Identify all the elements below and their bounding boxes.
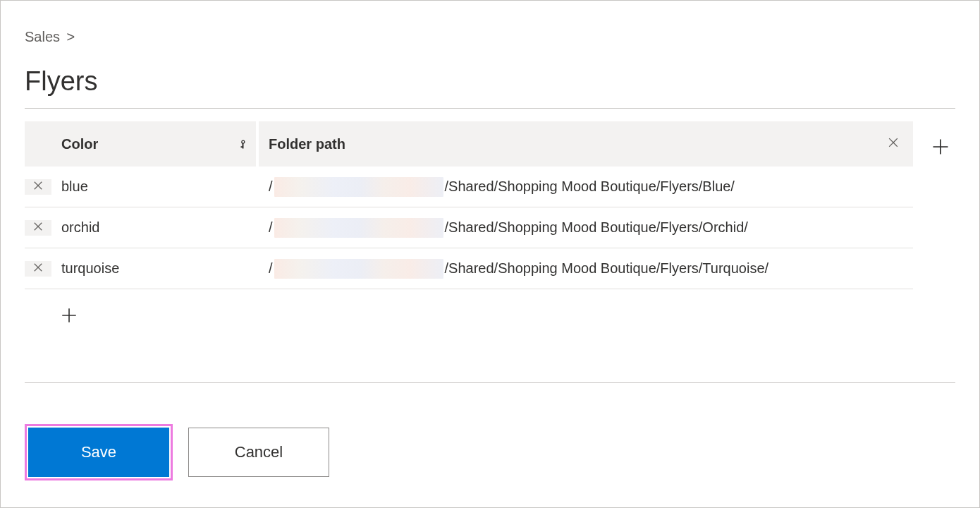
page-title: Flyers	[25, 66, 955, 97]
path-prefix: /	[269, 219, 273, 236]
path-suffix: /Shared/Shopping Mood Boutique/Flyers/Or…	[445, 219, 748, 236]
content-area: Sales > Flyers Color Folder path	[1, 1, 979, 383]
table-row[interactable]: turquoise / /Shared/Shopping Mood Boutiq…	[25, 248, 913, 289]
delete-row-button[interactable]	[32, 179, 44, 195]
row-delete-cell	[25, 179, 51, 195]
column-header-folder-path-label: Folder path	[269, 136, 345, 152]
column-header-folder-path[interactable]: Folder path	[259, 121, 913, 167]
row-delete-cell	[25, 220, 51, 236]
data-grid: Color Folder path	[25, 121, 913, 343]
cell-folder-path[interactable]: / /Shared/Shopping Mood Boutique/Flyers/…	[259, 218, 913, 238]
redacted-path-segment	[274, 177, 443, 197]
save-highlight-frame: Save	[25, 424, 173, 480]
cell-color[interactable]: orchid	[51, 219, 256, 236]
page-frame: Sales > Flyers Color Folder path	[0, 0, 980, 508]
cell-color[interactable]: blue	[51, 179, 256, 195]
cell-color[interactable]: turquoise	[51, 260, 256, 277]
grid-header: Color Folder path	[25, 121, 913, 167]
path-prefix: /	[269, 179, 273, 195]
header-delete-column	[25, 121, 51, 167]
add-row-button[interactable]	[54, 301, 84, 332]
cancel-button[interactable]: Cancel	[188, 428, 329, 477]
add-column-region	[926, 121, 955, 162]
redacted-path-segment	[274, 218, 443, 238]
cell-folder-path[interactable]: / /Shared/Shopping Mood Boutique/Flyers/…	[259, 259, 913, 279]
breadcrumb: Sales >	[25, 29, 955, 45]
path-suffix: /Shared/Shopping Mood Boutique/Flyers/Bl…	[445, 179, 735, 195]
row-delete-cell	[25, 261, 51, 277]
column-header-color-label: Color	[61, 136, 98, 152]
table-row[interactable]: orchid / /Shared/Shopping Mood Boutique/…	[25, 207, 913, 248]
clear-column-button[interactable]	[886, 135, 900, 152]
key-icon	[233, 138, 248, 150]
add-column-button[interactable]	[928, 134, 953, 162]
delete-row-button[interactable]	[32, 220, 44, 236]
save-button[interactable]: Save	[28, 428, 169, 477]
breadcrumb-separator: >	[67, 29, 75, 44]
delete-row-button[interactable]	[32, 261, 44, 277]
add-row-region	[25, 289, 913, 343]
redacted-path-segment	[274, 259, 443, 279]
footer-actions: Save Cancel	[1, 383, 979, 480]
title-divider	[25, 108, 955, 109]
cell-folder-path[interactable]: / /Shared/Shopping Mood Boutique/Flyers/…	[259, 177, 913, 197]
column-header-color[interactable]: Color	[51, 121, 256, 167]
table-row[interactable]: blue / /Shared/Shopping Mood Boutique/Fl…	[25, 167, 913, 207]
table-wrap: Color Folder path	[25, 121, 955, 343]
path-prefix: /	[269, 260, 273, 277]
breadcrumb-link-sales[interactable]: Sales	[25, 29, 60, 44]
path-suffix: /Shared/Shopping Mood Boutique/Flyers/Tu…	[445, 260, 769, 277]
